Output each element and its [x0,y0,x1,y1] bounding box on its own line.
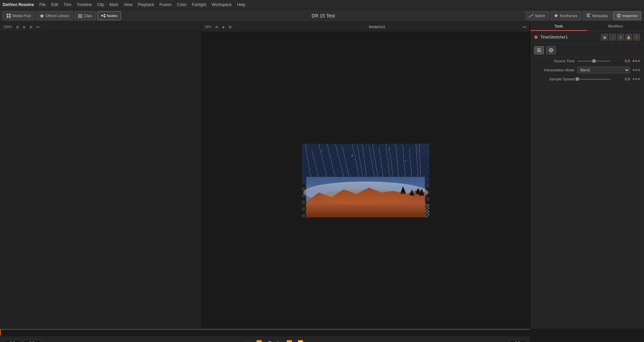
node-actions: ▣ ⋯ ↺ 🔒 ▽ [601,34,640,41]
svg-rect-1 [9,14,11,15]
svg-point-10 [104,16,105,17]
viewer-fit-btn[interactable]: ⊞ [15,24,20,29]
menu-view[interactable]: View [124,2,132,7]
svg-rect-2 [7,16,8,18]
time-end[interactable]: 0.0 [509,340,526,342]
interpolation-dots [633,69,640,71]
sample-spread-slider[interactable] [577,79,610,80]
viewer-more-btn[interactable]: ••• [35,24,41,29]
svg-point-9 [104,14,105,15]
spline-button[interactable]: Spline [525,11,549,20]
svg-point-40 [322,150,322,151]
tab-tools[interactable]: Tools [530,22,587,31]
menu-trim[interactable]: Trim [63,2,71,7]
menu-workspace[interactable]: Workspace [212,2,232,7]
keyframes-button[interactable]: Keyframes [550,11,581,20]
menu-color[interactable]: Color [177,2,187,7]
media-pool-button[interactable]: Media Pool [3,11,35,20]
spread-dot-left[interactable] [633,78,635,80]
interp-dot-mid[interactable] [635,69,637,71]
viewer-right-grid-btn[interactable]: ⊞ [227,24,233,29]
menu-clip[interactable]: Clip [97,2,104,7]
scrubber-row[interactable] [0,329,530,336]
spread-dot-right[interactable] [638,78,640,80]
menu-playback[interactable]: Playback [138,2,154,7]
inspector-view-btn[interactable] [546,46,556,54]
time-frame[interactable]: 0.0 [23,340,40,342]
step-forward-btn[interactable]: ⏩ [285,339,293,342]
nodes-button[interactable]: Nodes [97,11,121,20]
inspector-controls-btn[interactable] [534,46,544,54]
viewer-left-canvas [0,32,201,329]
source-time-dot-right[interactable] [638,60,640,62]
step-back-btn[interactable]: ⏪ [255,339,263,342]
viewer-grid-btn[interactable]: ⊞ [28,24,34,29]
viewer-right-channels-btn[interactable]: ◈ [221,24,226,29]
node-settings-btn[interactable]: ⋯ [609,34,616,41]
svg-point-41 [352,155,353,156]
viewer-channels-btn[interactable]: ◈ [21,24,27,29]
viewer-right-canvas [201,32,530,329]
menu-edit[interactable]: Edit [51,2,58,7]
svg-point-8 [101,15,103,16]
metadata-icon [586,13,591,18]
menu-timeline[interactable]: Timeline [77,2,92,7]
app-name: DaVinci Resolve [3,2,34,7]
sample-spread-value: 0.0 [613,77,630,81]
play-btn[interactable]: ▶ [276,339,282,342]
inspector-panel: Tools Modifiers TimeStretcher1 ▣ ⋯ ↺ 🔒 ▽ [530,22,644,329]
zoom-level-right[interactable]: 28% [203,24,213,29]
clips-button[interactable]: Clips [74,11,96,20]
inspector-icon-row [530,44,644,57]
metadata-button[interactable]: Metadata [583,11,611,20]
param-sample-spread: Sample Spread 0.0 [530,75,644,83]
interp-dot-left[interactable] [633,69,635,71]
sample-spread-label: Sample Spread [534,77,575,81]
svg-rect-48 [537,50,541,51]
svg-rect-49 [537,51,541,52]
viewer-right-more-btn[interactable]: ••• [522,24,528,29]
menu-file[interactable]: File [39,2,46,7]
menu-bar: DaVinci Resolve File Edit Trim Timeline … [0,0,644,9]
menu-fusion[interactable]: Fusion [160,2,172,7]
source-time-slider[interactable] [577,61,610,62]
sample-spread-handle[interactable] [576,77,579,81]
menu-help[interactable]: Help [237,2,246,7]
source-time-dot-left[interactable] [633,60,635,62]
interp-dot-right[interactable] [638,69,640,71]
tab-modifiers[interactable]: Modifiers [587,22,644,31]
stop-btn[interactable]: ⏹ [266,339,273,342]
svg-point-51 [549,49,553,52]
effects-library-button[interactable]: Effects Library [36,11,73,20]
param-source-time: Source Time 0.0 [530,57,644,65]
main-content: 100% ⊞ ◈ ⊞ ••• 28% ⊞ ◈ ⊞ MediaOut1 ••• [0,22,644,329]
loop-btn[interactable]: 🔁 [296,339,305,342]
inspector-icon [616,13,621,18]
svg-marker-13 [554,14,558,17]
node-reset-btn[interactable]: ↺ [617,34,624,41]
node-lock-btn[interactable]: 🔒 [625,34,632,41]
viewer-right-fit-btn[interactable]: ⊞ [214,24,219,29]
svg-line-12 [103,16,104,17]
viewer-left-toolbar: 100% ⊞ ◈ ⊞ ••• [0,22,201,32]
goto-start-btn[interactable]: ⏮ [245,339,252,342]
node-collapse-btn[interactable]: ▽ [633,34,640,41]
scrubber-head[interactable] [0,329,1,336]
viewer-right: 28% ⊞ ◈ ⊞ MediaOut1 ••• [201,22,530,329]
time-start[interactable]: 0.0 [4,340,21,342]
inspector-button[interactable]: Inspector [613,11,641,20]
svg-rect-14 [587,14,591,14]
source-time-dot-mid[interactable] [635,60,637,62]
interpolation-select[interactable]: None Blend Motion Blur [577,67,630,73]
menu-fairlight[interactable]: Fairlight [192,2,206,7]
clips-icon [78,13,83,18]
spread-dot-mid[interactable] [635,78,637,80]
param-interpolation-mode: Interpolation Mode None Blend Motion Blu… [530,65,644,75]
menu-mark[interactable]: Mark [109,2,118,7]
zoom-level-left[interactable]: 100% [2,24,13,29]
inspector-tabs: Tools Modifiers [530,22,644,31]
source-time-label: Source Time [534,59,575,63]
node-color-btn[interactable]: ▣ [601,34,608,41]
source-time-handle[interactable] [592,59,596,63]
playback-controls: 0.0 0.0 ⏮ ⏪ ⏹ ▶ ⏩ 🔁 0.0 [0,336,530,342]
